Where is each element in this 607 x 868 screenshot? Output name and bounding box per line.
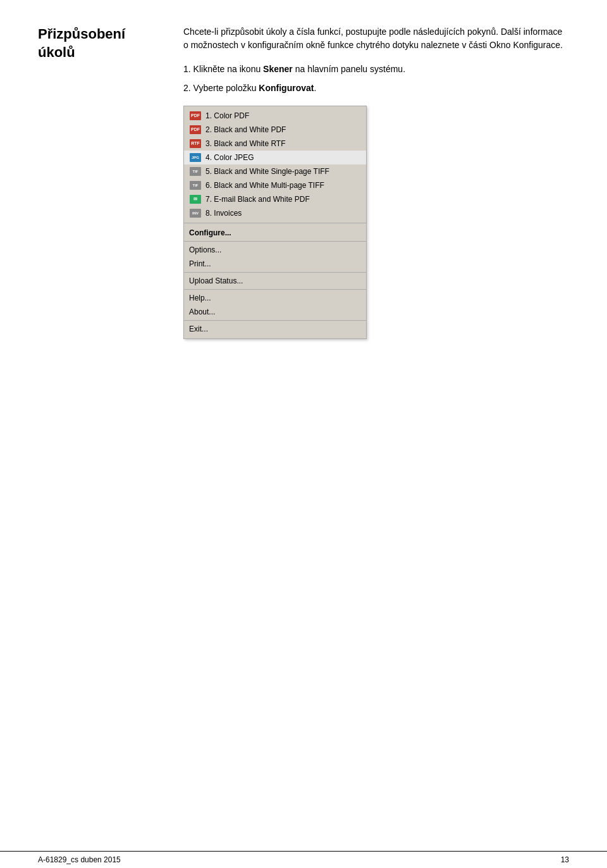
tiff-icon-2: TIF: [189, 180, 202, 190]
step1-rest: na hlavním panelu systému.: [293, 64, 405, 74]
menu-item-8-label: 8. Invoices: [205, 209, 242, 218]
footer-right: 13: [561, 855, 569, 864]
section-body: Chcete-li přizpůsobit úkoly a čísla funk…: [177, 25, 569, 339]
menu-item-1-label: 1. Color PDF: [205, 111, 249, 120]
menu-item-6[interactable]: TIF 6. Black and White Multi-page TIFF: [184, 178, 366, 192]
step-1: 1. Klikněte na ikonu Skener na hlavním p…: [183, 62, 569, 76]
step2-bold: Konfigurovat: [259, 83, 314, 93]
menu-action-configure[interactable]: Configure...: [184, 226, 366, 240]
menu-item-4[interactable]: JPG 4. Color JPEG: [184, 151, 366, 164]
menu-item-7-label: 7. E-mail Black and White PDF: [205, 195, 310, 204]
menu-action-options[interactable]: Options...: [184, 243, 366, 257]
step1-bold: Skener: [263, 64, 293, 74]
step2-text: Vyberte položku: [193, 83, 259, 93]
menu-item-1[interactable]: PDF 1. Color PDF: [184, 109, 366, 123]
footer-left: A-61829_cs duben 2015: [38, 855, 121, 864]
footer: A-61829_cs duben 2015 13: [0, 851, 607, 868]
menu-separator-3: [184, 289, 366, 290]
menu-item-4-label: 4. Color JPEG: [205, 153, 254, 162]
pdf-icon-2: PDF: [189, 125, 202, 135]
menu-action-help[interactable]: Help...: [184, 291, 366, 305]
menu-action-about[interactable]: About...: [184, 305, 366, 319]
step1-text: Klikněte na ikonu: [193, 64, 264, 74]
menu-item-3-label: 3. Black and White RTF: [205, 139, 286, 148]
page-container: Přizpůsobení úkolů Chcete-li přizpůsobit…: [0, 0, 607, 377]
section-title: Přizpůsobení úkolů: [38, 25, 177, 339]
menu-item-5[interactable]: TIF 5. Black and White Single-page TIFF: [184, 164, 366, 178]
menu-separator-1: [184, 241, 366, 242]
menu-item-8[interactable]: INV 8. Invoices: [184, 206, 366, 220]
intro-text: Chcete-li přizpůsobit úkoly a čísla funk…: [183, 25, 569, 52]
menu-items-section: PDF 1. Color PDF PDF 2. Black and White …: [184, 106, 366, 223]
menu-action-upload[interactable]: Upload Status...: [184, 274, 366, 288]
menu-separator-2: [184, 272, 366, 273]
menu-actions-section: Configure... Options... Print... Upload …: [184, 223, 366, 338]
tiff-icon-1: TIF: [189, 166, 202, 177]
steps: 1. Klikněte na ikonu Skener na hlavním p…: [183, 62, 569, 96]
menu-item-3[interactable]: RTF 3. Black and White RTF: [184, 137, 366, 151]
menu-item-5-label: 5. Black and White Single-page TIFF: [205, 167, 329, 176]
menu-screenshot: PDF 1. Color PDF PDF 2. Black and White …: [183, 106, 367, 339]
content-section: Přizpůsobení úkolů Chcete-li přizpůsobit…: [38, 25, 569, 339]
email-icon: ✉: [189, 194, 202, 204]
invoice-icon: INV: [189, 208, 202, 218]
step-2: 2. Vyberte položku Konfigurovat.: [183, 81, 569, 95]
menu-action-print[interactable]: Print...: [184, 257, 366, 271]
menu-separator-4: [184, 320, 366, 321]
step2-end: .: [314, 83, 316, 93]
menu-item-2-label: 2. Black and White PDF: [205, 125, 286, 134]
jpeg-icon: JPG: [189, 152, 202, 163]
pdf-icon-1: PDF: [189, 111, 202, 121]
menu-item-2[interactable]: PDF 2. Black and White PDF: [184, 123, 366, 137]
menu-item-7[interactable]: ✉ 7. E-mail Black and White PDF: [184, 192, 366, 206]
rtf-icon: RTF: [189, 139, 202, 149]
menu-item-6-label: 6. Black and White Multi-page TIFF: [205, 181, 324, 190]
menu-action-exit[interactable]: Exit...: [184, 322, 366, 336]
